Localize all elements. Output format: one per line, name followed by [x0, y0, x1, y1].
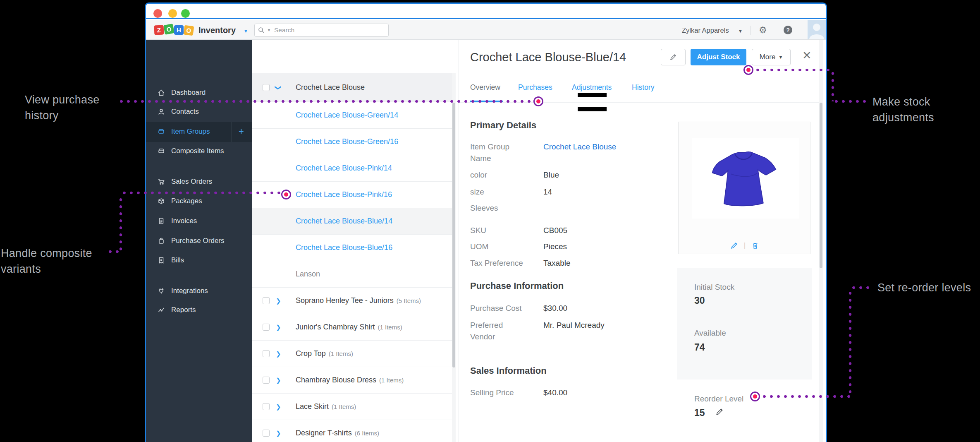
list-item-variant[interactable]: Crochet Lace Blouse-Green/14 — [252, 102, 456, 128]
zoom-window-icon[interactable] — [181, 9, 190, 18]
row-checkbox[interactable] — [263, 297, 270, 304]
sidebar-item-invoices[interactable]: Invoices — [146, 214, 252, 228]
available-value: 74 — [694, 342, 705, 353]
item-group-name[interactable]: Chambray Blouse Dress — [252, 376, 376, 384]
search-input[interactable] — [273, 26, 368, 34]
item-group-link[interactable]: Crochet Lace Blouse — [543, 141, 616, 153]
item-group-name[interactable]: Junior's Chambray Shirt — [252, 323, 375, 332]
more-button[interactable]: More ▼ — [752, 49, 791, 65]
avatar-silhouette-icon — [808, 20, 826, 39]
annotation-view-purchase-history: View purchase history — [25, 92, 100, 123]
product-image[interactable] — [692, 138, 799, 219]
annotation-dotted-line — [761, 395, 850, 398]
detail-scrollbar[interactable] — [819, 40, 823, 442]
sidebar-item-composite-items[interactable]: Composite Items — [146, 144, 252, 159]
field-value: $40.00 — [543, 387, 567, 399]
item-name[interactable]: Lanson — [252, 270, 320, 279]
header-divider — [799, 26, 799, 35]
search-scope-caret-icon[interactable]: ▼ — [267, 28, 271, 32]
list-item-group[interactable]: ❯ Lace Skirt (1 Items) — [252, 393, 456, 420]
delete-image-icon[interactable] — [751, 242, 759, 250]
annotation-dotted-line — [833, 100, 867, 103]
item-group-name[interactable]: Soprano Henley Tee - Juniors — [252, 296, 394, 305]
chevron-right-icon[interactable]: ❯ — [276, 377, 281, 384]
sidebar-item-purchase-orders[interactable]: Purchase Orders — [146, 233, 252, 248]
field-value: Blue — [543, 169, 559, 181]
detail-title: Crochet Lace Blouse-Blue/14 — [470, 50, 626, 64]
close-window-icon[interactable] — [153, 9, 162, 18]
sidebar-item-label: Sales Orders — [171, 178, 212, 186]
sidebar-item-label: Packages — [171, 197, 202, 205]
window-titlebar — [146, 4, 826, 19]
list-item-variant-selected[interactable]: Crochet Lace Blouse-Blue/14 — [252, 208, 456, 234]
add-item-group-button[interactable]: + — [239, 126, 244, 137]
tab-history[interactable]: History — [632, 83, 654, 92]
gear-icon[interactable]: ⚙ — [759, 25, 767, 36]
list-item-variant[interactable]: Crochet Lace Blouse-Green/16 — [252, 128, 456, 155]
row-checkbox[interactable] — [263, 430, 270, 437]
field-label: SKU — [470, 225, 526, 236]
item-count: (1 Items) — [329, 350, 353, 357]
chevron-right-icon[interactable]: ❯ — [276, 403, 281, 411]
annotation-marker — [533, 96, 543, 106]
variant-link[interactable]: Crochet Lace Blouse-Blue/16 — [252, 243, 392, 252]
bill-receipt-icon — [158, 257, 165, 264]
sidebar-item-dashboard[interactable]: Dashboard — [146, 85, 252, 100]
help-icon[interactable]: ? — [784, 26, 792, 34]
minimize-window-icon[interactable] — [168, 9, 177, 18]
sidebar-item-packages[interactable]: Packages — [146, 194, 252, 209]
purchase-info-heading: Purchase Information — [470, 281, 564, 291]
list-item-variant[interactable]: Crochet Lace Blouse-Blue/16 — [252, 234, 456, 261]
list-item-group[interactable]: ❯ Soprano Henley Tee - Juniors (5 Items) — [252, 287, 456, 314]
variant-link[interactable]: Crochet Lace Blouse-Pink/14 — [252, 164, 392, 173]
row-checkbox[interactable] — [263, 350, 270, 357]
edit-item-button[interactable] — [661, 49, 686, 65]
chevron-down-icon[interactable]: ❯ — [275, 85, 282, 90]
detail-scrollbar-thumb[interactable] — [820, 103, 822, 268]
edit-image-icon[interactable] — [730, 242, 738, 250]
list-item-plain[interactable]: Lanson — [252, 261, 456, 287]
sidebar-item-sales-orders[interactable]: Sales Orders — [146, 174, 252, 189]
list-scrollbar[interactable] — [452, 73, 456, 442]
sidebar-item-bills[interactable]: Bills — [146, 253, 252, 268]
row-checkbox[interactable] — [263, 84, 270, 91]
tab-overview[interactable]: Overview — [470, 83, 500, 92]
list-scrollbar-thumb[interactable] — [452, 103, 455, 368]
variant-link[interactable]: Crochet Lace Blouse-Blue/14 — [252, 217, 392, 226]
row-checkbox[interactable] — [263, 403, 270, 410]
product-switch-caret-icon[interactable]: ▼ — [244, 29, 248, 34]
sales-info-heading: Sales Information — [470, 365, 547, 376]
row-checkbox[interactable] — [263, 377, 270, 384]
composite-items-icon — [158, 147, 165, 155]
row-checkbox[interactable] — [263, 324, 270, 331]
list-item-group[interactable]: ❯ Crop Top (1 Items) — [252, 340, 456, 367]
edit-reorder-icon[interactable] — [715, 408, 724, 416]
search-bar[interactable]: ▼ — [254, 24, 389, 37]
sidebar-item-integrations[interactable]: Integrations — [146, 283, 252, 298]
chevron-right-icon[interactable]: ❯ — [276, 297, 281, 305]
variant-link[interactable]: Crochet Lace Blouse-Green/16 — [252, 137, 398, 146]
list-item-group[interactable]: ❯ Designer T-shirts (6 Items) — [252, 420, 456, 442]
product-name: Inventory — [198, 26, 236, 35]
tab-purchases[interactable]: Purchases — [518, 83, 552, 92]
variant-link[interactable]: Crochet Lace Blouse-Green/14 — [252, 111, 398, 120]
org-caret-icon[interactable]: ▼ — [738, 29, 743, 34]
org-name[interactable]: Zylkar Apparels — [682, 26, 729, 34]
list-item-group[interactable]: ❯ Junior's Chambray Shirt (1 Items) — [252, 314, 456, 340]
adjust-stock-button[interactable]: Adjust Stock — [691, 49, 746, 65]
chevron-right-icon[interactable]: ❯ — [276, 324, 281, 331]
close-panel-icon[interactable]: ✕ — [802, 49, 812, 62]
list-item-group-header[interactable]: ❯ Crochet Lace Blouse — [252, 73, 456, 102]
avatar[interactable] — [808, 20, 826, 39]
tab-adjustments[interactable]: Adjustments — [572, 83, 612, 92]
sidebar-item-reports[interactable]: Reports — [146, 303, 252, 317]
field-value: Taxable — [543, 257, 571, 269]
list-item-group[interactable]: ❯ Chambray Blouse Dress (1 Items) — [252, 367, 456, 393]
sidebar-item-item-groups[interactable]: Item Groups — [146, 124, 252, 139]
sidebar-item-contacts[interactable]: Contacts — [146, 104, 252, 119]
list-item-variant[interactable]: Crochet Lace Blouse-Pink/14 — [252, 155, 456, 181]
chevron-right-icon[interactable]: ❯ — [276, 430, 281, 437]
annotation-line: history — [25, 108, 100, 123]
chevron-right-icon[interactable]: ❯ — [276, 350, 281, 358]
sidebar-item-label: Composite Items — [171, 147, 224, 155]
